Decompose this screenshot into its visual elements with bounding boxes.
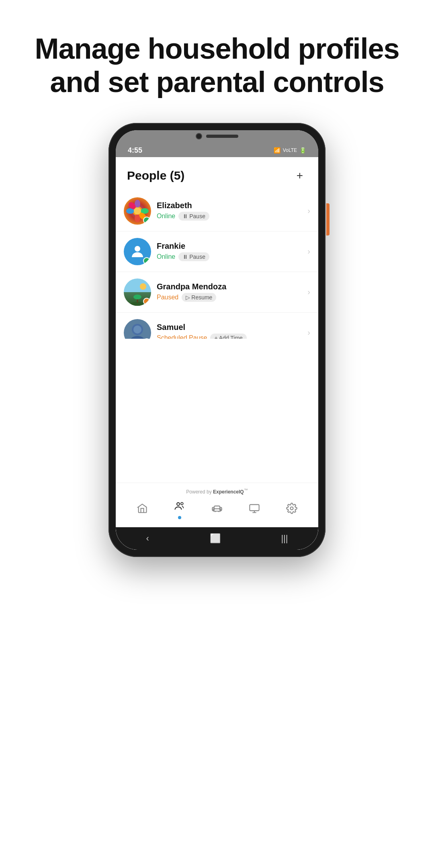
person-info: Samuel Scheduled Pause + Add Time (151, 323, 307, 339)
status-dot-green (143, 217, 150, 224)
person-status-row: Scheduled Pause + Add Time (157, 334, 302, 339)
hero-line1: Manage household profiles (35, 33, 399, 65)
status-label: Paused (157, 294, 178, 301)
camera-dot (196, 133, 202, 139)
resume-button[interactable]: ▷ Resume (182, 293, 216, 302)
nav-devices[interactable] (207, 501, 227, 518)
add-button[interactable]: + (293, 168, 307, 183)
status-bar: 4:55 📶 VoLTE 🔋 (116, 142, 318, 157)
person-name: Frankie (157, 242, 302, 251)
chevron-right-icon: › (307, 247, 310, 256)
person-name: Grandpa Mendoza (157, 282, 302, 291)
hero-text: Manage household profiles and set parent… (10, 0, 423, 115)
person-name: Elizabeth (157, 201, 302, 210)
person-status-row: Paused ▷ Resume (157, 293, 302, 302)
monitor-icon (249, 503, 260, 517)
signal-icon: VoLTE (283, 147, 297, 153)
svg-point-13 (133, 295, 141, 299)
speaker-bar (206, 135, 238, 138)
svg-rect-23 (250, 504, 259, 510)
status-icons: 📶 VoLTE 🔋 (274, 147, 306, 154)
status-dot-green (143, 257, 150, 264)
home-button[interactable]: ⬜ (210, 533, 221, 544)
pause-button[interactable]: ⏸ Pause (178, 252, 209, 261)
phone-outer: 4:55 📶 VoLTE 🔋 People (5) + (108, 123, 326, 557)
couch-icon (211, 503, 223, 517)
avatar (124, 197, 151, 225)
add-time-label: + Add Time (214, 335, 242, 339)
person-info: Grandpa Mendoza Paused ▷ Resume (151, 282, 307, 302)
list-item[interactable]: Frankie Online ⏸ Pause › (116, 231, 318, 272)
pause-label: Pause (189, 213, 205, 219)
status-label: Online (157, 253, 175, 260)
people-list: Elizabeth Online ⏸ Pause › (116, 187, 318, 339)
brand-name: ExperienceIQ (213, 489, 244, 495)
powered-by: Powered by ExperienceIQ™ (124, 488, 310, 495)
powered-by-label: Powered by (186, 489, 211, 495)
pause-icon: ⏸ (182, 254, 188, 260)
chevron-right-icon: › (307, 328, 310, 337)
svg-point-19 (181, 502, 183, 505)
person-status-row: Online ⏸ Pause (157, 212, 302, 221)
list-item[interactable]: Elizabeth Online ⏸ Pause › (116, 191, 318, 231)
chevron-right-icon: › (307, 206, 310, 215)
avatar (124, 238, 151, 265)
status-dot-orange (143, 298, 150, 305)
pause-icon: ⏸ (182, 213, 188, 219)
notch-bar (116, 130, 318, 142)
app-header: People (5) + (116, 157, 318, 187)
resume-icon: ▷ (186, 294, 190, 301)
list-item[interactable]: Grandpa Mendoza Paused ▷ Resume › (116, 272, 318, 313)
content-spacer (116, 339, 318, 483)
svg-point-16 (133, 326, 141, 334)
nav-network[interactable] (245, 501, 264, 518)
people-icon (174, 500, 185, 514)
status-time: 4:55 (128, 146, 142, 155)
person-status-row: Online ⏸ Pause (157, 252, 302, 261)
battery-icon: 🔋 (299, 147, 306, 154)
android-nav: ‹ ⬜ ||| (116, 527, 318, 550)
person-info: Elizabeth Online ⏸ Pause (151, 201, 307, 221)
add-time-button[interactable]: + Add Time (210, 334, 246, 339)
status-label: Online (157, 213, 175, 220)
pause-button[interactable]: ⏸ Pause (178, 212, 209, 221)
svg-point-8 (135, 246, 140, 252)
nav-people[interactable] (170, 499, 189, 521)
person-name: Samuel (157, 323, 302, 332)
avatar-samuel (124, 319, 151, 339)
phone-mockup: 4:55 📶 VoLTE 🔋 People (5) + (108, 123, 326, 557)
resume-label: Resume (191, 294, 212, 301)
phone-inner: 4:55 📶 VoLTE 🔋 People (5) + (116, 130, 318, 550)
svg-point-7 (134, 207, 141, 215)
wifi-icon: 📶 (274, 147, 280, 154)
bottom-nav: Powered by ExperienceIQ™ (116, 483, 318, 527)
avatar (124, 278, 151, 306)
trademark: ™ (244, 488, 248, 492)
gear-icon (286, 503, 297, 517)
list-item[interactable]: Samuel Scheduled Pause + Add Time › (116, 313, 318, 339)
pause-label: Pause (189, 254, 205, 260)
svg-point-18 (177, 502, 180, 505)
home-icon (137, 503, 148, 517)
hero-line2: and set parental controls (50, 66, 384, 98)
app-title: People (5) (127, 169, 184, 182)
sun (140, 283, 146, 290)
app-content: People (5) + (116, 157, 318, 550)
chevron-right-icon: › (307, 287, 310, 297)
person-info: Frankie Online ⏸ Pause (151, 242, 307, 261)
back-button[interactable]: ‹ (146, 533, 149, 544)
status-label: Scheduled Pause (157, 334, 207, 339)
nav-settings[interactable] (282, 501, 301, 518)
svg-point-15 (130, 336, 145, 339)
nav-home[interactable] (133, 501, 152, 518)
nav-tabs (124, 499, 310, 521)
svg-point-24 (290, 507, 293, 510)
nav-active-dot (178, 516, 181, 519)
avatar (124, 319, 151, 339)
recents-button[interactable]: ||| (281, 533, 288, 544)
